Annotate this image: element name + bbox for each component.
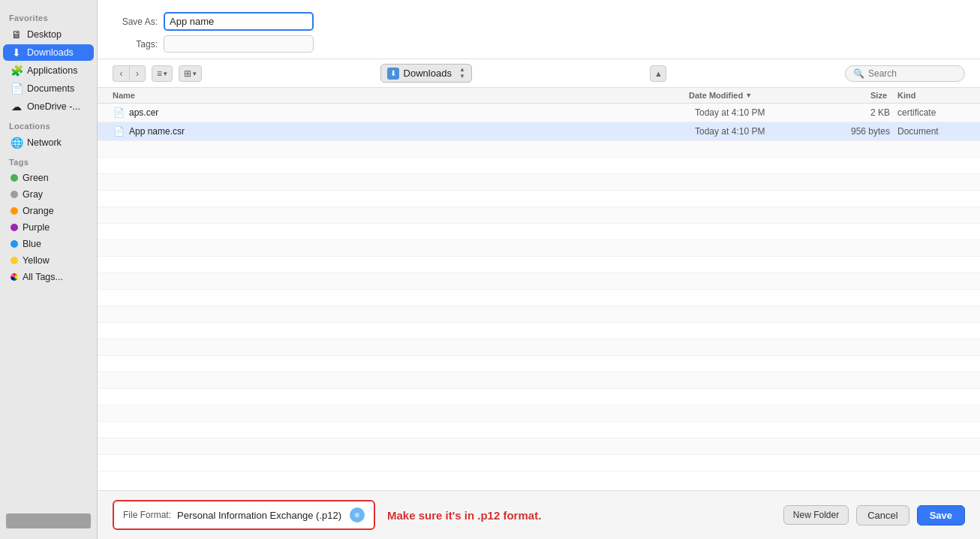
empty-row bbox=[98, 389, 980, 405]
search-input[interactable] bbox=[868, 68, 957, 79]
nav-buttons: ‹ › bbox=[113, 65, 146, 82]
sidebar-tag-green[interactable]: Green bbox=[3, 170, 94, 185]
network-icon: 🌐 bbox=[11, 137, 23, 149]
file-format-box: File Format: Personal Information Exchan… bbox=[113, 500, 375, 530]
sidebar-item-label: OneDrive -... bbox=[27, 101, 80, 112]
sidebar-scroll-indicator bbox=[6, 513, 91, 528]
list-view-icon: ≡ bbox=[157, 68, 162, 79]
tag-label: Yellow bbox=[23, 255, 50, 266]
main-panel: Save As: Tags: ‹ › ≡ ▾ ⊞ ▾ ⬇ Downloads ▲… bbox=[98, 0, 980, 539]
table-row[interactable]: 📄 aps.cer Today at 4:10 PM 2 KB certific… bbox=[98, 104, 980, 122]
sidebar-tag-blue[interactable]: Blue bbox=[3, 236, 94, 251]
file-format-select[interactable]: Personal Information Exchange (.p12) bbox=[177, 510, 344, 521]
sidebar-tag-yellow[interactable]: Yellow bbox=[3, 253, 94, 268]
back-button[interactable]: ‹ bbox=[113, 65, 129, 82]
list-view-button[interactable]: ≡ ▾ bbox=[152, 65, 173, 82]
sidebar-item-label: Documents bbox=[27, 83, 74, 94]
empty-row bbox=[98, 405, 980, 422]
list-view-chevron: ▾ bbox=[164, 70, 167, 77]
new-folder-button[interactable]: New Folder bbox=[783, 505, 849, 525]
sidebar-item-label: Desktop bbox=[27, 29, 62, 40]
gray-dot bbox=[11, 191, 18, 198]
file-name-cell: 📄 aps.cer bbox=[113, 107, 695, 119]
sort-icon: ▼ bbox=[745, 92, 752, 99]
documents-icon: 📄 bbox=[11, 83, 23, 95]
empty-row bbox=[98, 207, 980, 224]
sidebar-tag-orange[interactable]: Orange bbox=[3, 203, 94, 218]
forward-button[interactable]: › bbox=[129, 65, 146, 82]
file-icon: 📄 bbox=[113, 107, 125, 119]
empty-row bbox=[98, 455, 980, 471]
grid-view-chevron: ▾ bbox=[193, 70, 197, 77]
empty-row bbox=[98, 306, 980, 323]
empty-row bbox=[98, 323, 980, 339]
file-size: 2 KB bbox=[830, 107, 890, 118]
location-dropdown[interactable]: ⬇ Downloads ▲ ▼ bbox=[380, 64, 472, 83]
purple-dot bbox=[11, 224, 18, 231]
col-kind-header: Kind bbox=[890, 91, 965, 100]
empty-row bbox=[98, 372, 980, 389]
tags-input[interactable] bbox=[164, 35, 314, 53]
sidebar-item-label: Network bbox=[27, 137, 62, 148]
save-dialog-header: Save As: Tags: bbox=[98, 0, 980, 59]
grid-view-icon: ⊞ bbox=[184, 68, 191, 79]
empty-row bbox=[98, 257, 980, 273]
sidebar-item-documents[interactable]: 📄 Documents bbox=[3, 80, 94, 97]
action-buttons: New Folder Cancel Save bbox=[783, 505, 965, 525]
tags-row: Tags: bbox=[113, 35, 965, 53]
empty-row bbox=[98, 224, 980, 240]
file-date: Today at 4:10 PM bbox=[695, 126, 830, 137]
expand-icon: ▲ bbox=[654, 69, 663, 78]
sidebar-item-downloads[interactable]: ⬇ Downloads bbox=[3, 44, 94, 61]
tag-label: Orange bbox=[23, 206, 54, 216]
sidebar-tag-gray[interactable]: Gray bbox=[3, 187, 94, 202]
empty-row bbox=[98, 339, 980, 356]
empty-row bbox=[98, 174, 980, 191]
empty-row bbox=[98, 422, 980, 438]
blue-dot bbox=[11, 240, 18, 248]
tags-label: Tags bbox=[0, 152, 97, 170]
empty-row bbox=[98, 240, 980, 257]
table-row[interactable]: 📄 App name.csr Today at 4:10 PM 956 byte… bbox=[98, 122, 980, 141]
sidebar-item-desktop[interactable]: 🖥 Desktop bbox=[3, 26, 94, 43]
onedrive-icon: ☁ bbox=[11, 101, 23, 113]
save-button[interactable]: Save bbox=[917, 505, 965, 525]
tags-label: Tags: bbox=[113, 39, 158, 50]
file-list: 📄 aps.cer Today at 4:10 PM 2 KB certific… bbox=[98, 104, 980, 490]
empty-row bbox=[98, 141, 980, 158]
sidebar-item-network[interactable]: 🌐 Network bbox=[3, 134, 94, 151]
expand-button[interactable]: ▲ bbox=[650, 65, 666, 82]
file-kind: certificate bbox=[890, 107, 965, 118]
sidebar-all-tags[interactable]: All Tags... bbox=[3, 270, 94, 285]
sidebar-item-onedrive[interactable]: ☁ OneDrive -... bbox=[3, 98, 94, 115]
col-date-header: Date Modified ▼ bbox=[689, 91, 824, 100]
toolbar: ‹ › ≡ ▾ ⊞ ▾ ⬇ Downloads ▲ ▼ ▲ 🔍 bbox=[98, 59, 980, 88]
empty-rows bbox=[98, 141, 980, 490]
empty-row bbox=[98, 158, 980, 174]
col-size-header: Size bbox=[827, 91, 887, 100]
desktop-icon: 🖥 bbox=[11, 29, 23, 41]
empty-row bbox=[98, 438, 980, 455]
empty-row bbox=[98, 290, 980, 306]
search-box[interactable]: 🔍 bbox=[845, 65, 965, 82]
format-chevron-button[interactable]: ⊕ bbox=[350, 507, 365, 522]
cancel-button[interactable]: Cancel bbox=[856, 505, 909, 525]
sidebar-tag-purple[interactable]: Purple bbox=[3, 220, 94, 235]
sidebar-item-applications[interactable]: 🧩 Applications bbox=[3, 62, 94, 79]
chevron-down-icon: ⊕ bbox=[354, 511, 360, 519]
file-name: aps.cer bbox=[129, 107, 158, 118]
file-name-cell: 📄 App name.csr bbox=[113, 125, 695, 137]
file-name: App name.csr bbox=[129, 126, 185, 137]
green-dot bbox=[11, 174, 18, 182]
downloads-icon: ⬇ bbox=[11, 47, 23, 59]
grid-view-button[interactable]: ⊞ ▾ bbox=[179, 65, 202, 82]
file-list-header: Name Date Modified ▼ Size Kind bbox=[98, 88, 980, 104]
file-kind: Document bbox=[890, 126, 965, 137]
save-as-input[interactable] bbox=[164, 12, 314, 31]
file-icon: 📄 bbox=[113, 125, 125, 137]
downloads-folder-icon: ⬇ bbox=[387, 68, 399, 80]
applications-icon: 🧩 bbox=[11, 65, 23, 77]
save-as-row: Save As: bbox=[113, 12, 965, 31]
sidebar-item-label: Downloads bbox=[27, 47, 74, 58]
empty-row bbox=[98, 273, 980, 290]
